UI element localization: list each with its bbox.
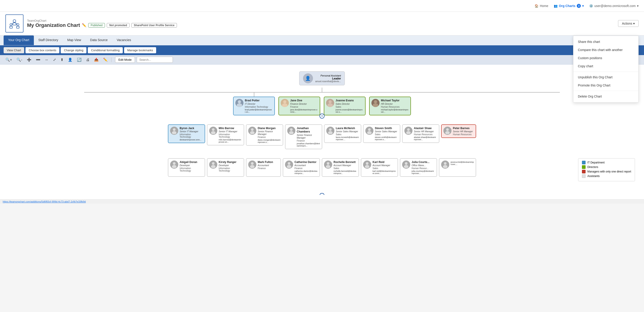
top-person-card: 👤 Personal Assistant Leader amuel.rosent… bbox=[299, 71, 345, 85]
tab-data-source[interactable]: Data Source bbox=[86, 36, 112, 45]
name-karl-reid: Karl Reid bbox=[372, 161, 396, 164]
card-byron-jack[interactable]: Byron Jack Senior IT Manager Information… bbox=[168, 124, 205, 143]
chart-scroll[interactable]: 👤 Personal Assistant Leader amuel.rosent… bbox=[4, 69, 640, 195]
name-laura-mcneish: Laura McNeish bbox=[336, 127, 359, 130]
svg-point-34 bbox=[212, 162, 214, 165]
card-milo-barrow[interactable]: Milo Barrow Senior IT Manager Informatio… bbox=[207, 124, 244, 146]
person-btn[interactable]: 👤 bbox=[66, 57, 74, 63]
card-jessica-trist[interactable]: jessica.trist@devteamimprover.... bbox=[439, 158, 476, 177]
fit-screen-btn[interactable]: ⤢ bbox=[51, 57, 58, 63]
compare-chart-item[interactable]: Compare this chart with another bbox=[573, 46, 638, 54]
svg-point-22 bbox=[290, 128, 293, 131]
edit-title-icon[interactable]: ✏️ bbox=[82, 23, 86, 27]
svg-point-0 bbox=[13, 20, 16, 22]
nav-org-charts[interactable]: 👥 Org Charts 3 ▾ bbox=[554, 4, 584, 8]
card-abigail-doran[interactable]: Abigail Doran Developer Information Tech… bbox=[168, 158, 205, 177]
avatar-peter-barnes bbox=[444, 127, 452, 135]
not-promoted-badge[interactable]: Not promoted bbox=[107, 23, 130, 28]
card-diane-morgan[interactable]: Diane Morgan Senior Finance Manager Fina… bbox=[246, 124, 283, 146]
actions-button[interactable]: Actions ▾ bbox=[618, 20, 638, 27]
refresh-btn[interactable]: 🔄 bbox=[75, 57, 83, 63]
email-jessica-trist: jessica.trist@devteamimprover.... bbox=[450, 161, 474, 165]
settings-icon: ⚙️ bbox=[589, 4, 593, 8]
info-kirsty-ranger: Kirsty Ranger Developer Information Tech… bbox=[219, 161, 242, 172]
svg-point-23 bbox=[289, 131, 294, 134]
card-peter-barnes[interactable]: Peter Barnes Senior HR Manager Human Res… bbox=[441, 124, 476, 138]
card-catherine-dantor[interactable]: Catherine Dantor Accountant Finance cath… bbox=[283, 158, 320, 177]
tab-vacancies[interactable]: Vacancies bbox=[112, 36, 136, 45]
card-joanne-evans[interactable]: Joanne Evans Sales Director Sales joanne… bbox=[324, 97, 366, 115]
card-kirsty-ranger[interactable]: Kirsty Ranger Developer Information Tech… bbox=[207, 158, 244, 177]
svg-point-33 bbox=[172, 165, 176, 168]
promote-item[interactable]: Promote this Org Chart bbox=[573, 81, 638, 89]
email-laura-mcneish: laura.mcneish@devteamimprover.... bbox=[336, 136, 359, 141]
card-rochelle-bennett[interactable]: Rochelle Bennett Account Manager Sales r… bbox=[322, 158, 359, 177]
expand-peter-barnes[interactable]: ⬇ bbox=[320, 193, 324, 195]
remove-btn[interactable]: ➖ bbox=[34, 57, 42, 63]
share-chart-item[interactable]: Share this chart bbox=[573, 38, 638, 46]
svg-point-46 bbox=[444, 162, 446, 165]
card-alastair-shaw[interactable]: Alastair Shaw Senior HR Manager Human Re… bbox=[402, 124, 439, 143]
connector-line-top bbox=[322, 88, 322, 92]
tab-staff-directory[interactable]: Staff Directory bbox=[34, 36, 63, 45]
edit-mode-button[interactable]: Edit Mode bbox=[115, 57, 135, 63]
chart-area: 👤 Personal Assistant Leader amuel.rosent… bbox=[0, 65, 644, 199]
copy-chart-item[interactable]: Copy chart bbox=[573, 62, 638, 70]
card-jane-doe[interactable]: Jane Doe Finance Director Finance jane.d… bbox=[278, 97, 320, 115]
svg-point-25 bbox=[328, 131, 332, 134]
manager-7-col: Alastair Shaw Senior HR Manager Human Re… bbox=[402, 124, 439, 149]
edit-btn[interactable]: ✏️ bbox=[101, 57, 110, 63]
status-bar[interactable]: https://teamorgchart.com/additions/5d6f8… bbox=[0, 199, 644, 204]
legend-item-assistants: Assistants bbox=[582, 174, 631, 178]
card-karl-reid[interactable]: Karl Reid Account Manager Sales karl.rei… bbox=[361, 158, 398, 177]
zoom-in-btn[interactable]: 🔍+ bbox=[4, 57, 14, 63]
sharepoint-badge[interactable]: SharePoint User Profile Service bbox=[131, 23, 177, 28]
card-michael-taylor[interactable]: Michael Taylor HR Director Human Resourc… bbox=[369, 97, 411, 115]
fit-width-btn[interactable]: ↔ bbox=[43, 57, 50, 63]
dept-laura-mcneish: Sales bbox=[336, 133, 359, 136]
svg-point-13 bbox=[328, 103, 333, 107]
info-catherine-dantor: Catherine Dantor Accountant Finance cath… bbox=[294, 161, 318, 175]
svg-point-44 bbox=[405, 162, 408, 165]
unpublish-item[interactable]: Unpublish this Org Chart bbox=[573, 73, 638, 81]
custom-positions-item[interactable]: Custom positions bbox=[573, 54, 638, 62]
card-mark-fulton[interactable]: Mark Fulton Accountant Finance bbox=[246, 158, 281, 177]
name-mark-fulton: Mark Fulton bbox=[258, 161, 279, 164]
choose-box-contents-btn[interactable]: Choose box contents bbox=[26, 47, 59, 53]
info-abigail-doran: Abigail Doran Developer Information Tech… bbox=[180, 161, 203, 172]
svg-point-21 bbox=[250, 131, 254, 134]
published-badge[interactable]: Published bbox=[88, 23, 105, 28]
card-brad-potter[interactable]: Brad Potter IT Director Information Tech… bbox=[233, 97, 275, 115]
svg-point-20 bbox=[251, 128, 254, 131]
search-input[interactable] bbox=[137, 57, 173, 63]
card-julia-courtney[interactable]: Julia Courte... Office Mana... Human Res… bbox=[400, 158, 437, 177]
info-michael-taylor: Michael Taylor HR Director Human Resourc… bbox=[381, 99, 409, 113]
svg-point-8 bbox=[238, 100, 241, 103]
nav-home[interactable]: 🏠 Home bbox=[534, 4, 548, 8]
svg-rect-5 bbox=[16, 26, 19, 28]
tab-map-view[interactable]: Map View bbox=[63, 36, 86, 45]
change-styling-btn[interactable]: Change styling bbox=[61, 47, 86, 53]
tab-your-org-chart[interactable]: Your Org Chart bbox=[4, 36, 34, 45]
view-chart-btn[interactable]: View Chart bbox=[4, 47, 24, 53]
svg-point-32 bbox=[173, 162, 176, 165]
delete-chart-item[interactable]: Delete Org Chart bbox=[573, 92, 638, 101]
card-laura-mcneish[interactable]: Laura McNeish Senior Sales Manager Sales… bbox=[324, 124, 361, 143]
card-steven-smith[interactable]: Steven Smith Senior Sales Manager Sales … bbox=[363, 124, 400, 143]
legend-color-it bbox=[582, 161, 586, 164]
nav-user[interactable]: ⚙️ user@demo.onmicrosoft.com ▾ bbox=[589, 4, 638, 8]
export-btn[interactable]: 📤 bbox=[92, 57, 100, 63]
zoom-out-btn[interactable]: 🔍- bbox=[15, 57, 24, 63]
title-rochelle-bennett: Account Manager bbox=[334, 164, 357, 167]
card-jonathan-chambers[interactable]: Jonathan Chambers Senior Finance Manager… bbox=[285, 124, 322, 149]
manager-5-col: Laura McNeish Senior Sales Manager Sales… bbox=[324, 124, 361, 149]
conditional-formatting-btn[interactable]: Conditional formatting bbox=[88, 47, 122, 53]
managers-row: Byron Jack Senior IT Manager Information… bbox=[9, 124, 635, 149]
print-btn[interactable]: 🖨 bbox=[84, 57, 92, 63]
manage-bookmarks-btn[interactable]: Manage bookmarks bbox=[124, 47, 156, 53]
expand-michael-taylor[interactable]: ⬇ bbox=[320, 114, 324, 119]
add-btn[interactable]: ➕ bbox=[25, 57, 33, 63]
up-btn[interactable]: ⬆ bbox=[59, 57, 65, 63]
avatar-jessica-trist bbox=[441, 161, 449, 169]
title-laura-mcneish: Senior Sales Manager bbox=[336, 130, 359, 133]
